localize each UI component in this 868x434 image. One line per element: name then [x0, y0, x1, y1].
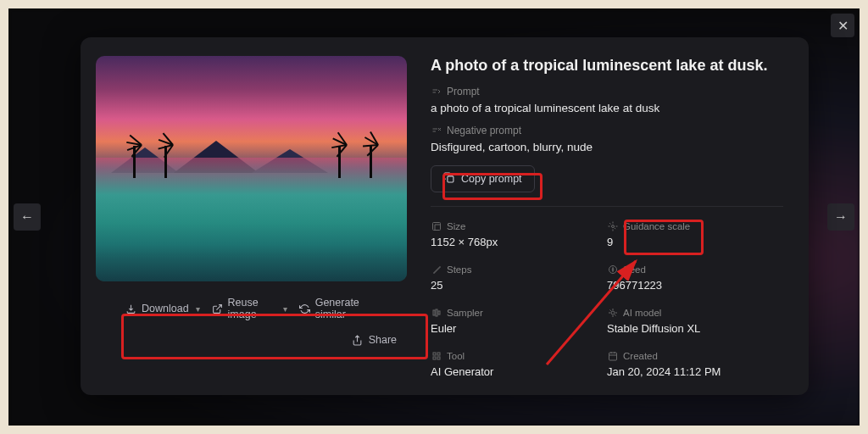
svg-point-13 — [611, 311, 615, 314]
generate-similar-button[interactable]: Generate similar — [298, 293, 380, 324]
download-label: Download — [142, 303, 189, 314]
svg-rect-11 — [436, 309, 437, 316]
svg-rect-7 — [432, 222, 440, 230]
created-label: Created — [623, 351, 658, 361]
image-title: A photo of a tropical luminescent lake a… — [431, 56, 783, 75]
guidance-label: Guidance scale — [623, 221, 690, 231]
prev-image-button[interactable]: ← — [14, 203, 41, 231]
negative-prompt-label: Negative prompt — [447, 125, 521, 136]
guidance-icon — [607, 220, 618, 231]
close-button[interactable]: ✕ — [831, 14, 854, 37]
copy-prompt-label: Copy prompt — [461, 173, 522, 185]
svg-point-8 — [611, 225, 614, 227]
size-icon — [431, 220, 442, 231]
tool-value: AI Generator — [431, 365, 607, 378]
image-detail-modal: Download ▾ Reuse image ▾ Generate simila… — [81, 37, 809, 395]
size-label: Size — [447, 221, 465, 231]
model-icon — [607, 307, 618, 318]
generated-image-preview[interactable] — [96, 56, 407, 281]
prompt-icon — [431, 86, 442, 97]
prompt-value: a photo of a tropical luminescent lake a… — [431, 102, 783, 114]
svg-rect-10 — [433, 310, 435, 315]
share-icon — [352, 334, 364, 346]
prompt-label: Prompt — [447, 86, 480, 97]
refresh-icon — [299, 303, 310, 314]
negative-prompt-value: Disfigured, cartoon, blurry, nude — [431, 141, 783, 153]
svg-rect-6 — [448, 176, 453, 182]
copy-prompt-button[interactable]: Copy prompt — [431, 165, 535, 192]
reuse-label: Reuse image — [228, 297, 276, 320]
svg-rect-12 — [438, 311, 440, 314]
reuse-image-button[interactable]: Reuse image ▾ — [210, 293, 289, 324]
external-link-icon — [212, 303, 223, 314]
seed-value: 796771223 — [607, 279, 783, 292]
svg-rect-14 — [433, 353, 436, 355]
seed-label: Seed — [623, 264, 646, 275]
tool-icon — [431, 350, 442, 361]
share-label: Share — [369, 334, 397, 346]
svg-rect-18 — [609, 353, 616, 360]
chevron-down-icon: ▾ — [196, 304, 200, 314]
download-icon — [125, 303, 136, 314]
calendar-icon — [607, 350, 618, 361]
model-label: AI model — [623, 308, 661, 318]
next-image-button[interactable]: → — [827, 203, 854, 231]
generate-label: Generate similar — [315, 297, 378, 320]
created-value: Jan 20, 2024 11:12 PM — [607, 365, 783, 378]
negative-prompt-icon — [431, 125, 442, 136]
tool-label: Tool — [447, 351, 465, 361]
sampler-label: Sampler — [447, 308, 483, 318]
sampler-icon — [431, 307, 442, 318]
steps-value: 25 — [431, 279, 607, 292]
sampler-value: Euler — [431, 322, 607, 335]
download-button[interactable]: Download ▾ — [123, 299, 202, 318]
share-button[interactable]: Share — [350, 331, 398, 349]
steps-icon — [431, 264, 442, 275]
steps-label: Steps — [447, 264, 471, 275]
svg-rect-16 — [433, 357, 436, 359]
chevron-down-icon: ▾ — [283, 304, 287, 314]
size-value: 1152 × 768px — [431, 236, 607, 248]
guidance-value: 9 — [607, 236, 783, 248]
seed-icon — [607, 264, 618, 275]
svg-rect-17 — [437, 357, 440, 359]
model-value: Stable Diffusion XL — [607, 322, 783, 335]
svg-rect-15 — [437, 353, 440, 355]
copy-icon — [443, 172, 454, 186]
